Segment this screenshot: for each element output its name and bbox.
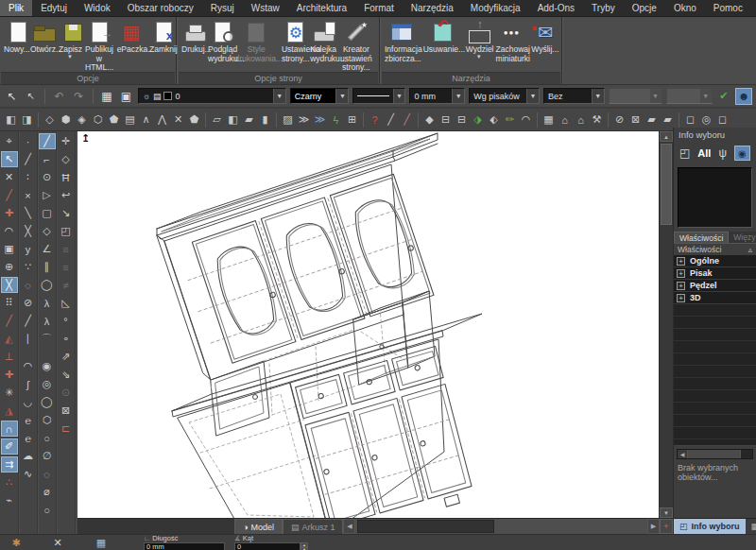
tool-icon[interactable]: ⇘ xyxy=(58,367,75,383)
tool-icon[interactable]: ⇉ xyxy=(1,456,18,473)
tool-icon[interactable]: ✚ xyxy=(1,205,18,221)
node-select-icon[interactable]: ↖ xyxy=(24,88,40,105)
ribbon-button[interactable]: Publikuj w HTML... ▼ xyxy=(83,18,115,73)
toolbar-icon[interactable]: | xyxy=(276,112,277,128)
tool-icon[interactable]: ⌀ xyxy=(39,484,56,500)
tool-icon[interactable]: ╱ xyxy=(1,187,18,203)
all-filter-button[interactable]: All xyxy=(697,147,711,159)
tool-icon[interactable]: ⊙ xyxy=(58,385,75,401)
snap-magnet-icon[interactable]: ✱ xyxy=(8,536,25,550)
length-lock-icon[interactable]: ∟ xyxy=(144,535,150,542)
toolbar-icon[interactable]: ╱ xyxy=(399,112,415,129)
tool-icon[interactable]: ◉ xyxy=(39,358,56,374)
ribbon-button[interactable]: Ustawienia strony... ▼ xyxy=(280,18,308,63)
scroll-left-icon[interactable]: ◀ xyxy=(678,450,688,458)
tool-icon[interactable]: ◇ xyxy=(39,223,56,239)
scroll-down-icon[interactable]: ▼ xyxy=(660,507,673,518)
tool-icon[interactable] xyxy=(39,349,56,356)
tool-icon[interactable]: ◺ xyxy=(58,295,75,311)
tool-icon[interactable]: ⌒ xyxy=(39,331,56,347)
panel-horizontal-scrollbar[interactable]: ◀ xyxy=(677,449,753,459)
vertical-scroll-thumb[interactable] xyxy=(661,144,672,225)
tool-icon[interactable]: ∴ xyxy=(1,474,18,490)
toolbar-icon[interactable]: ✏ xyxy=(502,112,518,129)
redo-icon[interactable]: ↷ xyxy=(71,88,87,105)
angle-lock-icon[interactable]: ∡ xyxy=(234,535,241,542)
toolbar-icon[interactable]: ⬡ xyxy=(90,112,106,129)
chevron-down-icon[interactable]: ▼ xyxy=(452,89,464,103)
tool-icon[interactable]: λ xyxy=(39,295,56,311)
toolbar-icon[interactable]: ◻ xyxy=(714,112,730,129)
menu-item[interactable]: Obszar roboczy xyxy=(119,0,202,16)
tool-icon[interactable]: ◠ xyxy=(1,223,18,239)
tool-icon[interactable]: ⌁ xyxy=(1,492,18,508)
tool-icon[interactable]: ⊏ xyxy=(58,421,75,437)
menu-item[interactable]: Architektura xyxy=(288,0,355,16)
tool-icon[interactable]: ∠ xyxy=(39,241,56,257)
toolbar-icon[interactable]: ⬟ xyxy=(106,112,122,129)
tool-icon[interactable]: ✚ xyxy=(1,367,18,383)
tool-icon[interactable]: ⊥ xyxy=(1,349,18,365)
menu-item[interactable]: Widok xyxy=(76,0,119,16)
tool-icon[interactable]: Ħ xyxy=(58,169,75,185)
toolbar-icon[interactable]: | xyxy=(205,112,206,128)
tool-icon[interactable]: ◡ xyxy=(20,394,37,410)
tool-icon[interactable]: ○ xyxy=(39,430,56,446)
tool-icon[interactable]: ▣ xyxy=(1,241,18,257)
chevron-down-icon[interactable]: ▼ xyxy=(526,89,539,103)
tree-row[interactable]: + 3D xyxy=(674,292,756,304)
expand-icon[interactable]: + xyxy=(677,282,685,290)
tool-icon[interactable]: ◯ xyxy=(39,394,56,410)
undo-icon[interactable]: ↶ xyxy=(51,88,67,105)
toolbar-icon[interactable]: ▰ xyxy=(241,112,257,129)
canvas-vertical-scrollbar[interactable]: ▲ ▼ xyxy=(659,131,673,518)
toolbar-icon[interactable]: | xyxy=(38,112,39,128)
menu-item[interactable]: Modyfikacja xyxy=(462,0,529,16)
tool-icon[interactable]: ◠ xyxy=(20,358,37,374)
tool-icon[interactable]: ╱ xyxy=(1,313,18,329)
ribbon-button[interactable]: Style drukowania... ▼ xyxy=(233,18,280,63)
tool-icon[interactable]: ✛ xyxy=(58,133,75,149)
drawing-canvas[interactable]: ↥ xyxy=(77,131,659,518)
select-tool-icon[interactable]: ↖ xyxy=(4,88,20,105)
toolbar-icon[interactable]: ▦ xyxy=(541,112,557,129)
ghost-select-icon[interactable]: ☻ xyxy=(735,88,752,105)
split-view-icon[interactable]: + xyxy=(660,519,673,534)
menu-item[interactable]: Edytuj xyxy=(32,0,76,16)
tool-icon[interactable]: ✕ xyxy=(1,169,18,185)
pick-object-icon[interactable]: ◰ xyxy=(679,146,690,160)
tab-arkusz-1[interactable]: ▤ Arkusz 1 xyxy=(283,519,344,534)
tab-wlasciwosci[interactable]: Właściwości xyxy=(674,232,729,243)
tool-icon[interactable] xyxy=(20,349,37,356)
tool-icon[interactable]: ⇗ xyxy=(58,349,75,365)
tree-row[interactable]: + Pędzel xyxy=(674,280,756,292)
pen-mode-combo[interactable]: Wg pisaków ▼ xyxy=(469,88,540,104)
tool-icon[interactable]: ↩ xyxy=(58,187,75,203)
sort-icon[interactable]: ▵ xyxy=(748,245,752,254)
toolbar-icon[interactable]: | xyxy=(418,112,419,128)
hierarchy-icon[interactable]: ψ xyxy=(718,146,727,160)
tool-icon[interactable]: ⬡ xyxy=(39,412,56,428)
tree-row[interactable]: + Ogólne xyxy=(674,255,756,267)
color-combo[interactable]: Czarny ▼ xyxy=(290,88,350,104)
tool-icon[interactable]: ⊕ xyxy=(1,259,18,275)
menu-item[interactable]: Pomoc xyxy=(705,0,751,16)
toolbar-icon[interactable]: ▱ xyxy=(209,112,225,129)
toolbar-icon[interactable]: ✕ xyxy=(170,112,186,129)
ribbon-button[interactable]: Kolejka wydruku... ▼ xyxy=(308,18,335,63)
toolbar-icon[interactable]: ⬟ xyxy=(186,112,202,129)
ribbon-button[interactable]: Nowy... ▼ xyxy=(2,18,28,55)
tool-icon[interactable]: y xyxy=(20,241,37,257)
toolbar-icon[interactable]: ▰ xyxy=(644,112,660,129)
toolbar-icon[interactable]: ◨ xyxy=(19,112,35,129)
tool-icon[interactable]: ʃ xyxy=(20,376,37,392)
ribbon-button[interactable]: Podgląd wydruku... ▼ xyxy=(206,18,233,63)
ribbon-button[interactable]: Usuwanie... ▼ xyxy=(421,18,464,55)
line-style-combo[interactable]: ▼ xyxy=(352,88,405,104)
toolbar-icon[interactable]: ⌂ xyxy=(573,112,589,129)
ribbon-button[interactable]: Kreator ustawień strony... ▼ xyxy=(335,18,377,73)
canvas-horizontal-scrollbar[interactable] xyxy=(355,519,647,534)
tool-icon[interactable]: λ xyxy=(39,313,56,329)
toolbar-icon[interactable]: ◻ xyxy=(682,112,698,129)
tool-icon[interactable]: ☁ xyxy=(20,448,37,464)
